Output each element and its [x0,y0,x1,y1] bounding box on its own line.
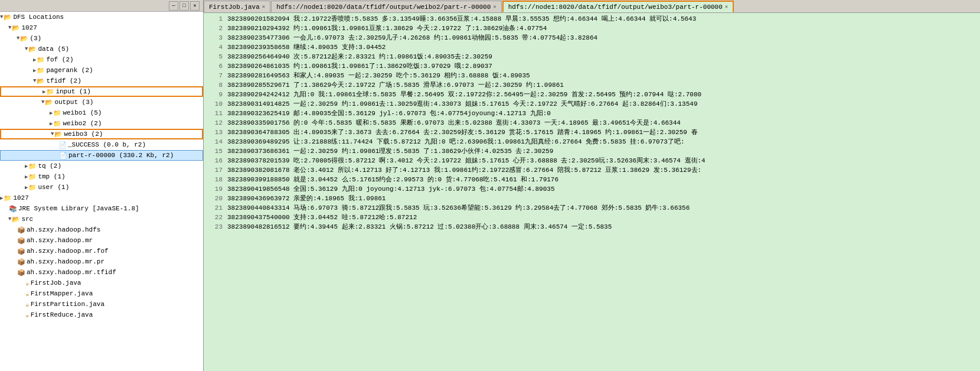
line-content-2: 3823890210294392 约:1.09861我:1.09861豆浆:1.… [227,24,547,32]
line-number-23: 23 [206,223,223,230]
tree-item-success[interactable]: 📄_SUCCESS (0.0 b, r2) [0,139,203,150]
folder-icon-output-3: 📂 [45,99,53,106]
expand-icon-input-1[interactable]: ▶ [43,89,45,95]
tree-item-jre[interactable]: 📚JRE System Library [JavaSE-1.8] [0,203,203,214]
folder-icon-3: 📂 [20,35,28,43]
tree-label-firstpartition-java: FirstPartition.java [31,301,104,308]
tab-close-weibo2[interactable]: ✕ [493,4,496,10]
expand-icon-fof-2[interactable]: ▶ [33,57,36,63]
expand-icon-weibo1-5[interactable]: ▶ [50,110,53,116]
expand-icon-tq-2[interactable]: ▶ [25,163,28,170]
line-7: 73823890281649563 和家人:4.89035 一起:2.30259… [204,71,980,80]
tree-item-1027-1[interactable]: ▼📂1027 [0,22,203,33]
expand-icon-1027-1[interactable]: ▼ [8,25,11,31]
line-content-11: 3823890323625419 邮:4.89035全国:5.36129 jyl… [227,109,551,118]
package-icon-ah-mr: 📦 [17,237,25,245]
tree-item-ah-hdfs[interactable]: 📦ah.szxy.hadoop.hdfs [0,224,203,235]
tree-item-data-5[interactable]: ▼📂data (5) [0,44,203,54]
expand-icon-dfs-locations[interactable]: ▼ [0,14,3,20]
tree-item-fof-2[interactable]: ▶📁fof (2) [0,54,203,65]
expand-icon-3[interactable]: ▼ [17,35,19,41]
tree-item-pagerank-2[interactable]: ▶📁pagerank (2) [0,65,203,76]
folder-icon-pagerank-2: 📁 [37,67,45,74]
expand-icon-tfidf-2[interactable]: ▼ [33,78,36,84]
tree-item-firstmapper-java[interactable]: ☕FirstMapper.java [0,288,203,299]
tree-item-firstpartition-java[interactable]: ☕FirstPartition.java [0,299,203,310]
tab-firstjob[interactable]: FirstJob.java✕ [204,1,270,12]
tree-item-ah-fof[interactable]: 📦ah.szxy.hadoop.mr.fof [0,246,203,256]
line-content-19: 3823890419856548 全国:5.36129 九阳:0 joyoung… [227,184,554,193]
line-19: 193823890419856548 全国:5.36129 九阳:0 joyou… [204,184,980,194]
tab-weibo2[interactable]: hdfs://node1:8020/data/tfidf/output/weib… [271,1,501,12]
line-number-19: 19 [206,186,223,193]
line-number-8: 8 [206,82,223,89]
tree-item-ah-mr[interactable]: 📦ah.szxy.hadoop.mr [0,235,203,246]
tree-item-firstreduce-java[interactable]: ☕FirstReduce.java [0,310,203,320]
expand-icon-data-5[interactable]: ▼ [25,46,28,52]
line-number-4: 4 [206,44,223,51]
line-content-1: 3823890201582094 我:2.19722香喷喷:5.5835 多:3… [227,14,696,23]
tab-close-firstjob[interactable]: ✕ [262,4,265,10]
tab-weibo3[interactable]: hdfs://node1:8020/data/tfidf/output/weib… [502,1,734,12]
tree-item-user-1[interactable]: ▶📁user (1) [0,182,203,193]
tree-item-1027-2[interactable]: ▶📁1027 [0,193,203,203]
line-number-9: 9 [206,91,223,98]
tree-item-weibo2-2[interactable]: ▶📁weibo2 (2) [0,118,203,129]
tree-item-firstjob-java[interactable]: ☕FirstJob.java [0,278,203,288]
line-content-13: 3823890364788305 出:4.89035来了:3.3673 去去:6… [227,128,698,136]
tree-item-part-r-00000[interactable]: 📄part-r-00000 (330.2 Kb, r2) [0,150,203,161]
maximize-icon[interactable]: □ [179,1,189,11]
close-panel-icon[interactable]: ✕ [190,1,200,11]
line-1: 13823890201582094 我:2.19722香喷喷:5.5835 多:… [204,14,980,24]
line-content-9: 3823890294242412 九阳:0 我:1.09861全球:5.5835… [227,90,701,99]
line-number-12: 12 [206,119,223,126]
tree-label-data-5: data (5) [38,45,69,53]
line-number-5: 5 [206,53,223,60]
line-number-14: 14 [206,138,223,145]
tree-item-weibo1-5[interactable]: ▶📁weibo1 (5) [0,108,203,118]
expand-icon-weibo3-2[interactable]: ▼ [51,131,54,137]
expand-icon-1027-2[interactable]: ▶ [0,195,3,201]
tree-item-weibo3-2[interactable]: ▼📂weibo3 (2) [0,129,203,139]
expand-icon-pagerank-2[interactable]: ▶ [33,67,36,74]
tree-label-firstjob-java: FirstJob.java [31,279,81,287]
root-folder-icon-1027-2: 📁 [4,194,12,202]
expand-icon-user-1[interactable]: ▶ [25,184,28,191]
tab-close-weibo3[interactable]: ✕ [725,4,728,10]
folder-icon-fof-2: 📁 [37,56,45,64]
tree-label-1027-1: 1027 [21,24,37,31]
minimize-icon[interactable]: ─ [169,1,178,11]
tree-item-ah-pr[interactable]: 📦ah.szxy.hadoop.mr.pr [0,256,203,267]
line-2: 23823890210294392 约:1.09861我:1.09861豆浆:1… [204,24,980,33]
tree-item-src[interactable]: ▼📂src [0,214,203,224]
tree-item-tmp-1[interactable]: ▶📁tmp (1) [0,171,203,182]
tree-item-tq-2[interactable]: ▶📁tq (2) [0,161,203,171]
tree-label-dfs-locations: DFS Locations [13,14,64,21]
expand-icon-output-3[interactable]: ▼ [41,99,44,105]
tree-item-3[interactable]: ▼📂(3) [0,33,203,44]
tree-item-output-3[interactable]: ▼📂output (3) [0,97,203,108]
editor-content: 13823890201582094 我:2.19722香喷喷:5.5835 多:… [204,13,980,371]
tree-label-firstmapper-java: FirstMapper.java [31,290,93,297]
expand-icon-src[interactable]: ▼ [8,216,11,222]
java-icon-firstjob-java: ☕ [25,279,30,287]
tree-item-input-1[interactable]: ▶📁input (1) [0,86,203,97]
line-content-15: 3823890373686361 一起:2.30259 约:1.09861理发:… [227,147,553,155]
line-4: 43823890239358658 继续:4.89035 支持:3.04452 [204,43,980,52]
expand-icon-weibo2-2[interactable]: ▶ [50,121,53,127]
tree-label-3: (3) [30,35,41,42]
folder-icon-input-1: 📁 [46,88,54,96]
folder-icon-dfs-locations: 📂 [4,14,12,21]
folder-icon-tq-2: 📁 [28,162,37,170]
line-content-21: 3823890440843314 马场:6.97073 骑:5.87212跟我:… [227,203,690,212]
line-content-23: 3823890482816512 要约:4.39445 起来:2.83321 火… [227,222,612,231]
tree-item-tfidf-2[interactable]: ▼📂tfidf (2) [0,76,203,86]
expand-icon-tmp-1[interactable]: ▶ [25,174,28,180]
line-number-15: 15 [206,148,223,155]
tree-label-success: _SUCCESS (0.0 b, r2) [68,141,146,148]
tree-item-dfs-locations[interactable]: ▼📂DFS Locations [0,12,203,22]
library-icon-jre: 📚 [9,205,17,213]
line-3: 33823890235477306 一会儿:6.97073 去:2.30259儿… [204,33,980,43]
line-number-16: 16 [206,157,223,164]
tree-item-ah-tfidf[interactable]: 📦ah.szxy.hadoop.mr.tfidf [0,267,203,278]
